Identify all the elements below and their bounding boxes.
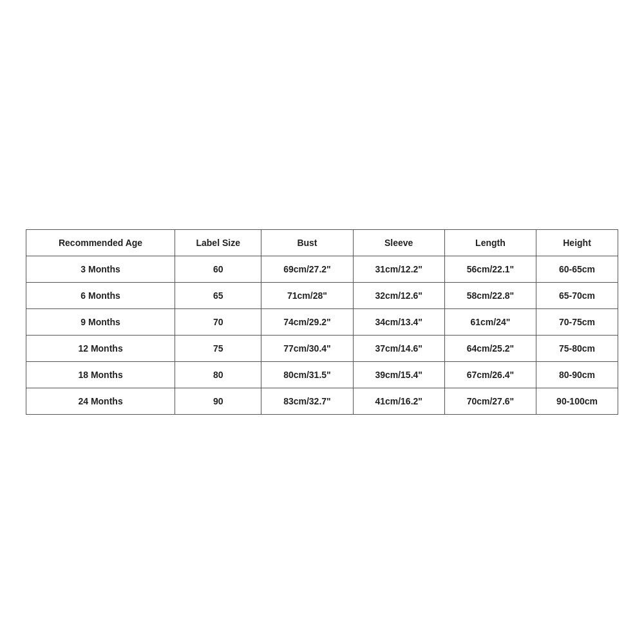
cell-height: 80-90cm: [536, 362, 618, 388]
cell-sleeve: 41cm/16.2": [353, 388, 444, 415]
cell-age: 24 Months: [26, 388, 175, 415]
header-label-size: Label Size: [175, 230, 261, 256]
cell-label_size: 75: [175, 336, 261, 362]
cell-age: 12 Months: [26, 336, 175, 362]
cell-sleeve: 32cm/12.6": [353, 283, 444, 309]
cell-height: 70-75cm: [536, 309, 618, 336]
cell-sleeve: 34cm/13.4": [353, 309, 444, 336]
table-row: 12 Months7577cm/30.4"37cm/14.6"64cm/25.2…: [26, 336, 618, 362]
cell-length: 67cm/26.4": [444, 362, 536, 388]
cell-bust: 71cm/28": [261, 283, 353, 309]
table-row: 6 Months6571cm/28"32cm/12.6"58cm/22.8"65…: [26, 283, 618, 309]
header-height: Height: [536, 230, 618, 256]
cell-height: 90-100cm: [536, 388, 618, 415]
cell-length: 58cm/22.8": [444, 283, 536, 309]
table-row: 18 Months8080cm/31.5"39cm/15.4"67cm/26.4…: [26, 362, 618, 388]
cell-height: 75-80cm: [536, 336, 618, 362]
cell-label_size: 90: [175, 388, 261, 415]
table-header-row: Recommended Age Label Size Bust Sleeve L…: [26, 230, 618, 256]
cell-sleeve: 37cm/14.6": [353, 336, 444, 362]
cell-length: 61cm/24": [444, 309, 536, 336]
cell-height: 65-70cm: [536, 283, 618, 309]
cell-age: 9 Months: [26, 309, 175, 336]
cell-label_size: 80: [175, 362, 261, 388]
cell-bust: 80cm/31.5": [261, 362, 353, 388]
table-row: 9 Months7074cm/29.2"34cm/13.4"61cm/24"70…: [26, 309, 618, 336]
cell-label_size: 70: [175, 309, 261, 336]
cell-length: 56cm/22.1": [444, 256, 536, 283]
cell-sleeve: 31cm/12.2": [353, 256, 444, 283]
cell-age: 6 Months: [26, 283, 175, 309]
cell-label_size: 60: [175, 256, 261, 283]
cell-sleeve: 39cm/15.4": [353, 362, 444, 388]
cell-label_size: 65: [175, 283, 261, 309]
header-bust: Bust: [261, 230, 353, 256]
size-chart-table: Recommended Age Label Size Bust Sleeve L…: [26, 229, 618, 415]
cell-length: 64cm/25.2": [444, 336, 536, 362]
table-row: 3 Months6069cm/27.2"31cm/12.2"56cm/22.1"…: [26, 256, 618, 283]
table-row: 24 Months9083cm/32.7"41cm/16.2"70cm/27.6…: [26, 388, 618, 415]
cell-age: 18 Months: [26, 362, 175, 388]
cell-age: 3 Months: [26, 256, 175, 283]
header-sleeve: Sleeve: [353, 230, 444, 256]
cell-bust: 77cm/30.4": [261, 336, 353, 362]
header-recommended-age: Recommended Age: [26, 230, 175, 256]
header-length: Length: [444, 230, 536, 256]
cell-bust: 83cm/32.7": [261, 388, 353, 415]
cell-length: 70cm/27.6": [444, 388, 536, 415]
cell-height: 60-65cm: [536, 256, 618, 283]
cell-bust: 69cm/27.2": [261, 256, 353, 283]
cell-bust: 74cm/29.2": [261, 309, 353, 336]
size-chart-container: Recommended Age Label Size Bust Sleeve L…: [26, 229, 618, 415]
